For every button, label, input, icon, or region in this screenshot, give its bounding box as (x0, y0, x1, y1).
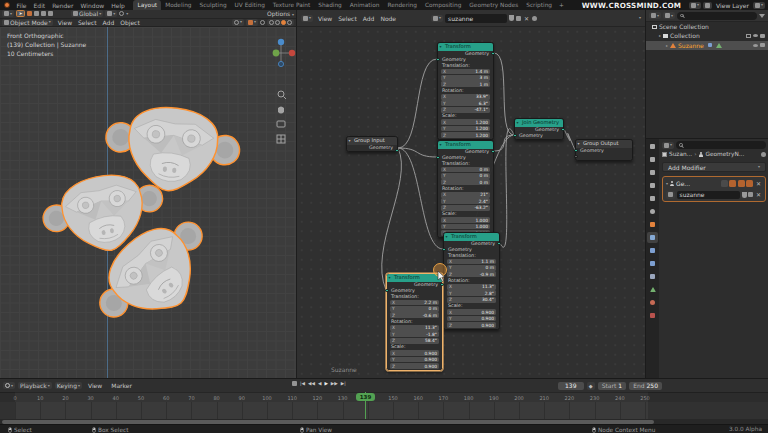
outliner-display-mode[interactable]: ▾ (649, 12, 661, 19)
node-link[interactable] (500, 129, 514, 247)
topbar-menu-help[interactable]: Help (108, 2, 129, 9)
play-button[interactable]: ▶ (324, 381, 327, 386)
geometry-output-socket[interactable] (491, 52, 495, 56)
sync-icon[interactable] (292, 381, 297, 386)
topbar-menu-edit[interactable]: Edit (30, 2, 49, 9)
geometry-input-socket[interactable] (436, 58, 440, 62)
translation-x-field[interactable]: X0 m (441, 167, 490, 173)
blank-input-socket[interactable] (574, 155, 578, 159)
properties-tab-constraints[interactable] (647, 271, 658, 282)
transform-orientation-select[interactable]: Global ▾ (71, 10, 103, 17)
new-tree-icon[interactable] (516, 16, 521, 21)
scene-select[interactable]: ▾ (689, 2, 701, 9)
snap-toggle[interactable]: ▾ (105, 10, 117, 17)
properties-search-input[interactable] (676, 141, 766, 149)
transform-node-3[interactable]: TransformGeometryGeometryTranslation:X2.… (386, 273, 443, 371)
geometry-output-socket[interactable] (561, 128, 565, 132)
geometry-output-socket[interactable] (395, 149, 399, 153)
rotation-y-field[interactable]: Y6.3° (441, 100, 490, 106)
duplicate-icon[interactable] (34, 11, 39, 16)
unlink-tree-button[interactable]: ✕ (523, 15, 530, 22)
marker-menu[interactable]: Marker (108, 382, 135, 389)
scale-z-field[interactable]: Z0.900 (390, 363, 439, 369)
outliner-filter-mode[interactable]: ▾ (663, 12, 675, 19)
rotation-z-field[interactable]: Z-47.1° (441, 107, 490, 113)
transform-node-0[interactable]: TransformGeometryGeometryTranslation:X1.… (437, 42, 494, 140)
workspace-tab-animation[interactable]: Animation (346, 0, 384, 10)
node-link[interactable] (564, 129, 575, 150)
translation-x-field[interactable]: X1.1 m (447, 259, 496, 265)
properties-editor-type[interactable]: ▾ (662, 142, 674, 149)
keying-menu[interactable]: Keying▾ (55, 382, 82, 389)
paste-icon[interactable] (41, 11, 46, 16)
rotation-y-field[interactable]: Y2.4° (441, 198, 490, 204)
properties-tab-render[interactable] (647, 154, 658, 165)
node-link[interactable] (398, 59, 437, 148)
shading-solid-icon[interactable] (275, 20, 280, 25)
node-link[interactable] (398, 148, 437, 157)
geometry-input-socket[interactable] (442, 248, 446, 252)
eye-icon[interactable] (753, 44, 758, 47)
options-menu[interactable]: Options ▾ (267, 10, 294, 17)
rotation-z-field[interactable]: Z58.4° (390, 338, 439, 344)
node-editor-canvas[interactable]: Group Input Geometry Join Geometry Geome… (296, 27, 645, 378)
rotation-x-field[interactable]: X11.3° (390, 325, 439, 331)
expand-icon[interactable]: ▸ (659, 33, 661, 38)
on-cage-toggle[interactable] (746, 180, 753, 187)
jump-to-end-button[interactable]: ▶| (341, 381, 346, 386)
playback-menu[interactable]: Playback▾ (18, 382, 52, 389)
topbar-menu-render[interactable]: Render (49, 2, 77, 9)
geometry-input-socket[interactable] (574, 149, 578, 153)
properties-tab-physics[interactable] (647, 258, 658, 269)
node-header[interactable]: Transform (444, 233, 499, 241)
node-link[interactable] (494, 53, 514, 135)
add-modifier-button[interactable]: Add Modifier ▾ (662, 162, 766, 172)
render-toggle[interactable] (738, 180, 745, 187)
end-frame-field[interactable]: End250 (629, 382, 662, 390)
shading-rendered-icon[interactable] (287, 20, 292, 25)
new-view-layer-button[interactable]: ▾ (753, 2, 765, 9)
view-menu[interactable]: View (85, 382, 105, 389)
properties-tab-world[interactable] (647, 206, 658, 217)
edit-mode-toggle[interactable] (721, 180, 728, 187)
scale-y-field[interactable]: Y1.200 (441, 126, 490, 132)
unlink-tree-button[interactable]: ✕ (755, 191, 762, 198)
transform-node-2[interactable]: TransformGeometryGeometryTranslation:X1.… (443, 232, 500, 330)
geometry-output-socket[interactable] (491, 150, 495, 154)
workspace-tab-scripting[interactable]: Scripting (522, 0, 556, 10)
header-overflow-icon[interactable]: ▾ (639, 16, 641, 20)
filter-icon[interactable] (759, 14, 765, 18)
timeline-editor-type[interactable]: ▾ (3, 382, 15, 389)
node-header[interactable]: Join Geometry (515, 119, 563, 127)
browse-tree-button[interactable] (666, 191, 675, 199)
modifier-tree-field[interactable]: suzanne (677, 191, 741, 199)
properties-tab-object-data[interactable] (647, 284, 658, 295)
node-editor-menu-node[interactable]: Node (377, 15, 399, 22)
properties-tab-view-layer[interactable] (647, 180, 658, 191)
current-frame-field[interactable]: 139 (558, 382, 584, 390)
geometry-input-socket[interactable] (513, 134, 517, 138)
scale-z-field[interactable]: Z1.200 (441, 132, 490, 138)
geometry-input-socket[interactable] (436, 156, 440, 160)
properties-tab-output[interactable] (647, 167, 658, 178)
workspace-tab-texture-paint[interactable]: Texture Paint (269, 0, 314, 10)
navigation-gizmo[interactable] (0, 27, 296, 378)
node-header[interactable]: Transform (438, 141, 493, 149)
viewport-menu-object[interactable]: Object (117, 19, 143, 26)
expand-icon[interactable]: ▸ (666, 43, 668, 48)
play-reverse-button[interactable]: ◀ (318, 381, 321, 386)
node-header[interactable]: Transform (438, 43, 493, 51)
rotation-y-field[interactable]: Y2.8° (447, 290, 496, 296)
translation-y-field[interactable]: Y0 m (447, 265, 496, 271)
properties-tab-modifier[interactable] (647, 232, 658, 243)
viewport-menu-add[interactable]: Add (100, 19, 118, 26)
viewport-menu-view[interactable]: View (55, 19, 75, 26)
modifier-name[interactable]: Ge... (676, 180, 690, 187)
editor-type-select[interactable]: ▾ (301, 15, 313, 22)
rotation-z-field[interactable]: Z30.4° (447, 297, 496, 303)
playhead-frame-badge[interactable]: 139 (356, 393, 375, 402)
prev-keyframe-button[interactable]: ◀◀ (308, 381, 315, 386)
eyedropper-icon[interactable] (48, 11, 53, 16)
node-tree-name-field[interactable]: suzanne (445, 14, 507, 23)
workspace-tab-compositing[interactable]: Compositing (421, 0, 465, 10)
